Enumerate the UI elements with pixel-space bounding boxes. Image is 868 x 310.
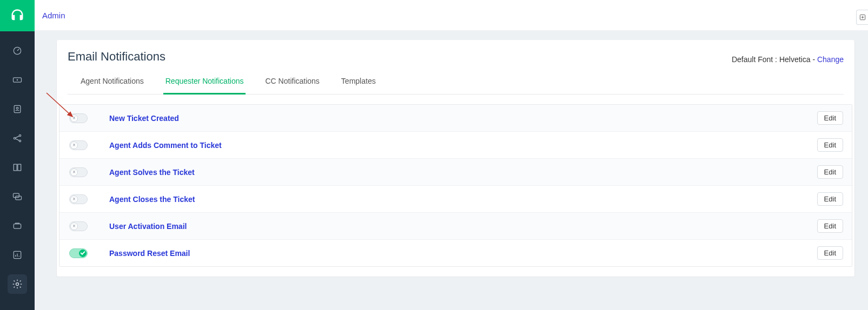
tab-requester-notifications[interactable]: Requester Notifications [163, 71, 246, 95]
sidebar-item-chat[interactable] [8, 187, 27, 206]
topbar: Admin [35, 0, 868, 30]
svg-point-7 [19, 140, 21, 141]
row-title[interactable]: User Activation Email [109, 222, 817, 231]
svg-rect-8 [14, 193, 19, 198]
social-icon [12, 133, 23, 144]
toggle-knob [70, 196, 78, 203]
edit-button[interactable]: Edit [817, 246, 843, 260]
logo-icon [10, 8, 25, 23]
list-row-new-ticket-created: New Ticket Created Edit [59, 105, 852, 132]
sidebar [0, 0, 35, 310]
svg-point-5 [14, 137, 15, 139]
toggle[interactable] [69, 194, 88, 204]
toggle-knob [70, 114, 78, 122]
toggle[interactable] [69, 248, 88, 258]
sidebar-item-social[interactable] [8, 129, 27, 148]
svg-point-12 [16, 283, 19, 286]
page-title: Email Notifications [68, 50, 165, 71]
row-title[interactable]: Agent Adds Comment to Ticket [109, 141, 817, 150]
toggle[interactable] [69, 167, 88, 177]
settings-icon [12, 279, 23, 289]
edit-button[interactable]: Edit [817, 111, 843, 125]
toggle[interactable] [69, 221, 88, 231]
row-title[interactable]: Password Reset Email [109, 249, 817, 258]
assets-icon [12, 220, 23, 231]
toggle-knob [70, 141, 78, 149]
font-separator: - [811, 55, 817, 64]
dashboard-icon [12, 45, 23, 56]
toggle[interactable] [69, 113, 88, 123]
row-title[interactable]: New Ticket Created [109, 114, 817, 123]
edit-button[interactable]: Edit [817, 219, 843, 233]
main-area: Admin Email Notifications Default Font :… [35, 0, 868, 310]
sidebar-item-assets[interactable] [8, 216, 27, 235]
panel-header: Email Notifications Default Font : Helve… [57, 40, 854, 95]
list-row-agent-closes-ticket: Agent Closes the Ticket Edit [59, 186, 852, 213]
notification-list: New Ticket Created Edit Agent Adds Comme… [59, 104, 852, 267]
plus-box-icon [859, 14, 866, 21]
contacts-icon [12, 104, 23, 114]
app-logo[interactable] [0, 0, 35, 31]
sidebar-item-dashboard[interactable] [8, 41, 27, 60]
chat-icon [12, 191, 23, 202]
sidebar-item-contacts[interactable] [8, 99, 27, 119]
list-row-agent-solves-ticket: Agent Solves the Ticket Edit [59, 159, 852, 186]
tab-cc-notifications[interactable]: CC Notifications [263, 71, 321, 95]
breadcrumb[interactable]: Admin [42, 11, 65, 20]
svg-point-6 [19, 134, 21, 136]
svg-point-4 [16, 107, 18, 110]
change-font-link[interactable]: Change [817, 55, 844, 64]
font-name: Helvetica [779, 55, 811, 64]
list-wrap: New Ticket Created Edit Agent Adds Comme… [57, 104, 854, 267]
sidebar-item-reports[interactable] [8, 245, 27, 265]
expand-panel-button[interactable] [856, 10, 868, 25]
toggle-knob [70, 223, 78, 230]
toggle[interactable] [69, 140, 88, 150]
sidebar-item-settings[interactable] [8, 274, 27, 294]
svg-rect-9 [16, 196, 22, 200]
tab-templates[interactable]: Templates [339, 71, 378, 95]
list-row-agent-adds-comment: Agent Adds Comment to Ticket Edit [59, 132, 852, 159]
panel: Email Notifications Default Font : Helve… [56, 40, 855, 277]
edit-button[interactable]: Edit [817, 165, 843, 179]
knowledge-icon [12, 162, 23, 173]
edit-button[interactable]: Edit [817, 192, 843, 206]
edit-button[interactable]: Edit [817, 138, 843, 152]
content: Email Notifications Default Font : Helve… [35, 30, 868, 277]
toggle-knob [70, 169, 78, 176]
sidebar-item-tickets[interactable] [8, 70, 27, 90]
row-title[interactable]: Agent Solves the Ticket [109, 168, 817, 177]
svg-point-2 [17, 79, 18, 81]
font-info-label: Default Font : [732, 55, 779, 64]
tickets-icon [12, 75, 23, 85]
tab-agent-notifications[interactable]: Agent Notifications [78, 71, 146, 95]
font-info: Default Font : Helvetica - Change [732, 55, 844, 71]
tabs: Agent Notifications Requester Notificati… [68, 71, 844, 95]
sidebar-item-knowledge[interactable] [8, 158, 27, 177]
reports-icon [12, 250, 23, 260]
list-row-password-reset-email: Password Reset Email Edit [59, 240, 852, 266]
svg-rect-10 [14, 224, 21, 228]
list-row-user-activation-email: User Activation Email Edit [59, 213, 852, 240]
row-title[interactable]: Agent Closes the Ticket [109, 195, 817, 204]
toggle-knob [79, 250, 87, 257]
